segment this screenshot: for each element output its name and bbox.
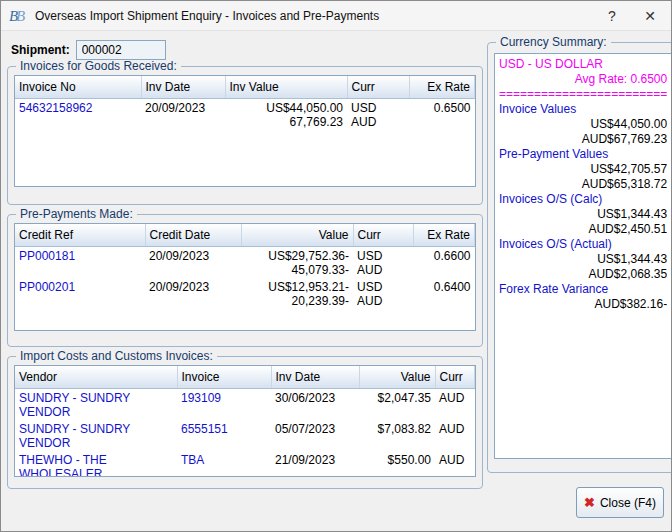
- currency-summary-group: Currency Summary: USD - US DOLLAR Avg Ra…: [487, 35, 672, 473]
- prepayment-curr-cell: USD AUD: [353, 246, 413, 278]
- summary-section-label: Pre-Payment Values: [499, 147, 667, 162]
- summary-value: US$1,344.43: [499, 252, 667, 267]
- invoices-header-row: Invoice No Inv Date Inv Value Curr Ex Ra…: [15, 76, 475, 98]
- prepayments-col-curr[interactable]: Curr: [353, 224, 413, 246]
- import-costs-col-curr[interactable]: Curr: [435, 366, 475, 388]
- summary-separator: ========================: [499, 87, 667, 102]
- summary-value: AUD$67,769.23: [499, 132, 667, 147]
- shipment-label: Shipment:: [11, 43, 70, 57]
- cost-curr-cell: AUD: [435, 388, 475, 420]
- cost-date-cell: 21/09/2023: [271, 451, 359, 478]
- close-x-icon: ✖: [584, 496, 595, 509]
- vendor-cell: SUNDRY - SUNDRY VENDOR: [15, 388, 177, 420]
- prepayment-ex-rate-cell: 0.6600: [413, 246, 475, 278]
- invoice-value-cell: US$44,050.00 67,769.23: [225, 98, 347, 130]
- import-costs-group-title: Import Costs and Customs Invoices:: [16, 349, 217, 363]
- prepayments-col-value[interactable]: Value: [241, 224, 353, 246]
- invoice-curr-line2: AUD: [351, 115, 405, 129]
- summary-section-label: Invoices O/S (Calc): [499, 192, 667, 207]
- invoices-group: Invoices for Goods Received: Invoice No …: [7, 59, 483, 205]
- cost-value-cell: $7,083.82: [359, 420, 435, 451]
- import-costs-col-vendor[interactable]: Vendor: [15, 366, 177, 388]
- window-close-button[interactable]: ✕: [635, 3, 665, 29]
- close-button[interactable]: ✖ Close (F4): [576, 487, 664, 518]
- credit-date-cell: 20/09/2023: [145, 246, 241, 278]
- summary-value: AUD$2,068.35: [499, 267, 667, 282]
- prepayments-col-credit-date[interactable]: Credit Date: [145, 224, 241, 246]
- summary-value: US$42,705.57: [499, 162, 667, 177]
- credit-ref-cell: PP000201: [15, 278, 145, 309]
- prepayment-row[interactable]: PP000181 20/09/2023 US$29,752.36- 45,079…: [15, 246, 475, 278]
- invoice-row[interactable]: 54632158962 20/09/2023 US$44,050.00 67,7…: [15, 98, 475, 130]
- titlebar: B B Overseas Import Shipment Enquiry - I…: [1, 1, 671, 31]
- cost-invoice-cell: TBA: [177, 451, 271, 478]
- prepayments-header-row: Credit Ref Credit Date Value Curr Ex Rat…: [15, 224, 475, 246]
- import-costs-col-value[interactable]: Value: [359, 366, 435, 388]
- credit-date-cell: 20/09/2023: [145, 278, 241, 309]
- prepayments-group: Pre-Payments Made: Credit Ref Credit Dat…: [7, 207, 483, 347]
- import-cost-row[interactable]: SUNDRY - SUNDRY VENDOR 193109 30/06/2023…: [15, 388, 475, 420]
- cost-curr-cell: AUD: [435, 420, 475, 451]
- prepayment-value-cell: US$29,752.36- 45,079.33-: [241, 246, 353, 278]
- prepayment-curr-line1: USD: [357, 249, 409, 263]
- vendor-cell: SUNDRY - SUNDRY VENDOR: [15, 420, 177, 451]
- summary-avg-rate: Avg Rate: 0.6500: [499, 72, 667, 87]
- summary-value: US$1,344.43: [499, 207, 667, 222]
- invoice-value-line2: 67,769.23: [229, 115, 343, 129]
- prepayment-ex-rate-cell: 0.6400: [413, 278, 475, 309]
- summary-currency: USD - US DOLLAR: [499, 57, 667, 72]
- import-costs-col-invoice[interactable]: Invoice: [177, 366, 271, 388]
- prepayment-row[interactable]: PP000201 20/09/2023 US$12,953.21- 20,239…: [15, 278, 475, 309]
- import-cost-row[interactable]: THEWHO - THE WHOLESALER TBA 21/09/2023 $…: [15, 451, 475, 478]
- invoice-value-line1: US$44,050.00: [229, 101, 343, 115]
- prepayment-value-line1: US$12,953.21-: [245, 280, 349, 294]
- prepayment-value-line2: 45,079.33-: [245, 263, 349, 277]
- invoice-ex-rate-cell: 0.6500: [409, 98, 475, 130]
- invoices-col-curr[interactable]: Curr: [347, 76, 409, 98]
- close-button-label: Close (F4): [600, 496, 656, 510]
- prepayment-value-line2: 20,239.39-: [245, 294, 349, 308]
- summary-value: US$44,050.00: [499, 117, 667, 132]
- shipment-input[interactable]: [76, 40, 166, 60]
- summary-section-label: Forex Rate Variance: [499, 282, 667, 297]
- invoice-no-cell: 54632158962: [15, 98, 141, 130]
- help-button[interactable]: ?: [597, 3, 627, 29]
- import-cost-row[interactable]: SUNDRY - SUNDRY VENDOR 6555151 05/07/202…: [15, 420, 475, 451]
- invoice-curr-line1: USD: [351, 101, 405, 115]
- invoices-col-inv-value[interactable]: Inv Value: [225, 76, 347, 98]
- invoice-date-cell: 20/09/2023: [141, 98, 225, 130]
- svg-text:B: B: [16, 8, 25, 24]
- invoices-col-ex-rate[interactable]: Ex Rate: [409, 76, 475, 98]
- cost-value-cell: $550.00: [359, 451, 435, 478]
- cost-date-cell: 30/06/2023: [271, 388, 359, 420]
- prepayment-curr-cell: USD AUD: [353, 278, 413, 309]
- import-costs-table: Vendor Invoice Inv Date Value Curr SUNDR…: [14, 365, 476, 477]
- summary-value: AUD$2,450.51: [499, 222, 667, 237]
- prepayment-curr-line2: AUD: [357, 294, 409, 308]
- invoices-table: Invoice No Inv Date Inv Value Curr Ex Ra…: [14, 75, 476, 187]
- summary-value: AUD$65,318.72: [499, 177, 667, 192]
- window-title: Overseas Import Shipment Enquiry - Invoi…: [35, 9, 379, 23]
- prepayments-col-credit-ref[interactable]: Credit Ref: [15, 224, 145, 246]
- cost-invoice-cell: 193109: [177, 388, 271, 420]
- cost-invoice-cell: 6555151: [177, 420, 271, 451]
- import-costs-col-inv-date[interactable]: Inv Date: [271, 366, 359, 388]
- invoice-curr-cell: USD AUD: [347, 98, 409, 130]
- prepayment-curr-line2: AUD: [357, 263, 409, 277]
- vendor-cell: THEWHO - THE WHOLESALER: [15, 451, 177, 478]
- credit-ref-cell: PP000181: [15, 246, 145, 278]
- prepayments-col-ex-rate[interactable]: Ex Rate: [413, 224, 475, 246]
- currency-summary-title: Currency Summary:: [496, 35, 611, 49]
- prepayment-value-cell: US$12,953.21- 20,239.39-: [241, 278, 353, 309]
- currency-summary-panel: USD - US DOLLAR Avg Rate: 0.6500 =======…: [494, 53, 672, 459]
- invoices-group-title: Invoices for Goods Received:: [16, 59, 181, 73]
- prepayments-group-title: Pre-Payments Made:: [16, 207, 137, 221]
- import-costs-group: Import Costs and Customs Invoices: Vendo…: [7, 349, 483, 489]
- dialog-window: B B Overseas Import Shipment Enquiry - I…: [0, 0, 672, 532]
- summary-section-label: Invoice Values: [499, 102, 667, 117]
- import-costs-header-row: Vendor Invoice Inv Date Value Curr: [15, 366, 475, 388]
- invoices-col-invoice-no[interactable]: Invoice No: [15, 76, 141, 98]
- invoices-col-inv-date[interactable]: Inv Date: [141, 76, 225, 98]
- prepayment-curr-line1: USD: [357, 280, 409, 294]
- prepayments-table: Credit Ref Credit Date Value Curr Ex Rat…: [14, 223, 476, 331]
